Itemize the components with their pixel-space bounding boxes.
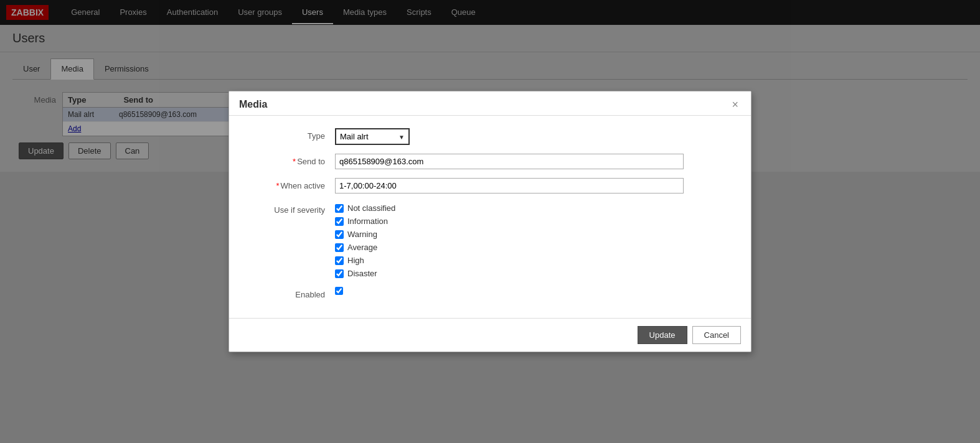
severity-high[interactable]: High [335, 256, 732, 265]
when-active-required-star: * [276, 181, 279, 190]
checkbox-average[interactable] [335, 243, 344, 252]
severity-not-classified-label: Not classified [347, 203, 395, 213]
dialog-update-button[interactable]: Update [638, 326, 687, 344]
severity-label: Use if severity [248, 202, 335, 215]
media-dialog: Media × Type Mail alrt SMS Jabber [229, 91, 751, 352]
type-select-wrap: Mail alrt SMS Jabber [335, 128, 410, 145]
send-to-required-star: * [293, 157, 296, 166]
severity-disaster[interactable]: Disaster [335, 269, 732, 278]
enabled-control [335, 287, 732, 295]
severity-disaster-label: Disaster [347, 269, 377, 278]
severity-checkbox-group: Not classified Information Warning [335, 203, 732, 278]
modal-overlay: Media × Type Mail alrt SMS Jabber [0, 0, 980, 443]
severity-information[interactable]: Information [335, 217, 732, 226]
dialog-header: Media × [229, 91, 751, 116]
type-row: Type Mail alrt SMS Jabber [248, 128, 732, 145]
when-active-row: *When active [248, 178, 732, 194]
checkbox-disaster[interactable] [335, 269, 344, 278]
severity-not-classified[interactable]: Not classified [335, 203, 732, 213]
severity-high-label: High [347, 256, 364, 265]
enabled-label: Enabled [248, 287, 335, 299]
send-to-control [335, 154, 732, 169]
dialog-close-button[interactable]: × [729, 99, 741, 110]
send-to-label: *Send to [248, 154, 335, 166]
severity-warning-label: Warning [347, 230, 377, 239]
type-select[interactable]: Mail alrt SMS Jabber [335, 128, 410, 145]
when-active-label: *When active [248, 178, 335, 190]
severity-control: Not classified Information Warning [335, 202, 732, 278]
severity-average-label: Average [347, 243, 377, 252]
dialog-footer: Update Cancel [229, 318, 751, 352]
dialog-body: Type Mail alrt SMS Jabber *Send to [229, 116, 751, 318]
send-to-row: *Send to [248, 154, 732, 169]
send-to-input[interactable] [335, 154, 684, 169]
checkbox-not-classified[interactable] [335, 204, 344, 213]
checkbox-high[interactable] [335, 256, 344, 265]
checkbox-information[interactable] [335, 217, 344, 226]
severity-warning[interactable]: Warning [335, 230, 732, 239]
when-active-control [335, 178, 732, 194]
when-active-input[interactable] [335, 178, 684, 194]
type-control: Mail alrt SMS Jabber [335, 128, 732, 145]
severity-row: Use if severity Not classified Informati… [248, 202, 732, 278]
dialog-title: Media [239, 99, 267, 110]
severity-average[interactable]: Average [335, 243, 732, 252]
type-label: Type [248, 128, 335, 141]
dialog-cancel-button[interactable]: Cancel [692, 326, 741, 344]
enabled-checkbox[interactable] [335, 287, 343, 295]
severity-information-label: Information [347, 217, 388, 226]
enabled-row: Enabled [248, 287, 732, 299]
checkbox-warning[interactable] [335, 230, 344, 239]
